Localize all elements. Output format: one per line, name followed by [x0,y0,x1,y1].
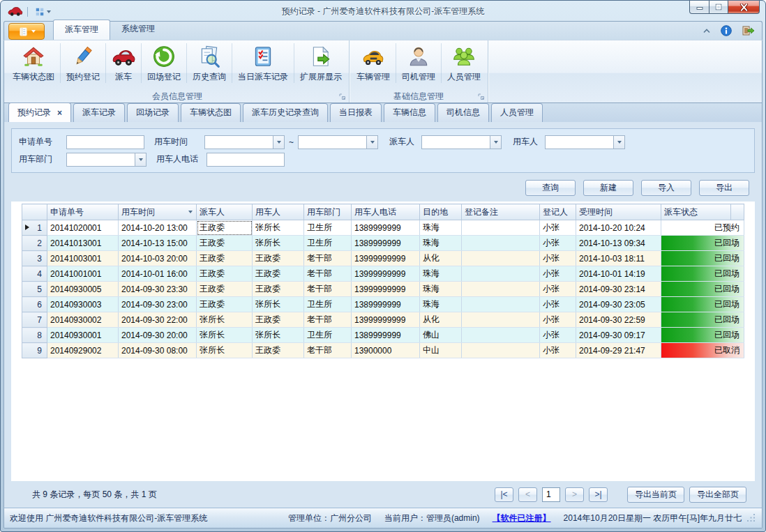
column-header-remark[interactable]: 登记备注 [462,204,540,220]
cell-user[interactable]: 王政委 [253,251,304,266]
ribbon-button[interactable]: 车辆状态图 [7,43,61,83]
cell-phone[interactable]: 13999999999 [352,266,420,282]
cell-registrar[interactable]: 小张 [540,236,576,251]
cell-phone[interactable]: 13900000 [352,343,420,358]
cell-accept_time[interactable]: 2014-09-30 23:05 [576,297,661,312]
first-page-button[interactable]: |< [495,487,513,502]
column-header-registrar[interactable]: 登记人 [540,204,576,220]
department-combo[interactable] [66,153,147,167]
column-header-accept_time[interactable]: 受理时间 [576,204,661,220]
next-page-button[interactable]: > [565,487,584,502]
car-user-combo[interactable] [545,135,625,149]
cell-dept[interactable]: 老干部 [304,251,352,266]
use-time-from-combo[interactable] [204,135,285,149]
column-header-dispatcher[interactable]: 派车人 [197,204,253,220]
cell-status[interactable]: 已取消 [661,343,744,358]
cell-user[interactable]: 张所长 [253,220,304,236]
cell-registrar[interactable]: 小张 [540,328,576,343]
chevron-down-icon[interactable] [273,135,285,149]
cell-dest[interactable]: 从化 [420,312,462,328]
cell-user[interactable]: 张所长 [253,297,304,312]
cell-accept_time[interactable]: 2014-10-13 09:34 [576,236,661,251]
cell-order_no[interactable]: 20140930002 [47,312,119,328]
filter-dropdown-icon[interactable] [188,211,193,213]
cell-dept[interactable]: 老干部 [304,266,352,282]
cell-registrar[interactable]: 小张 [540,343,576,358]
cell-order_no[interactable]: 20141001001 [47,266,119,282]
use-time-to-combo[interactable] [298,135,378,149]
resize-grip-icon[interactable] [747,514,756,523]
cell-dept[interactable]: 老干部 [304,312,352,328]
ribbon-button[interactable]: 人员管理 [442,43,486,83]
cell-use_time[interactable]: 2014-10-01 16:00 [119,266,197,282]
page-number-input[interactable] [542,487,560,502]
cell-order_no[interactable]: 20141013001 [47,236,119,251]
cell-dispatcher[interactable]: 王政委 [197,236,253,251]
chevron-down-icon[interactable] [366,135,378,149]
cell-accept_time[interactable]: 2014-09-29 21:47 [576,343,661,358]
cell-use_time[interactable]: 2014-10-20 13:00 [119,220,197,236]
document-tab[interactable]: 司机信息 [437,103,489,122]
info-icon[interactable] [721,25,732,36]
action-button-查询[interactable]: 查询 [525,180,576,196]
column-header-user[interactable]: 用车人 [253,204,304,220]
cell-user[interactable]: 张所长 [253,328,304,343]
cell-use_time[interactable]: 2014-10-03 20:00 [119,251,197,266]
table-row[interactable]: 7201409300022014-09-30 22:00张所长王政委老干部139… [22,312,744,328]
table-row[interactable]: 5201409300052014-09-30 23:30王政委王政委老干部139… [22,282,744,297]
ribbon-button[interactable]: 当日派车记录 [232,43,294,83]
column-header-use_time[interactable]: 用车时间 [119,204,197,220]
cell-order_no[interactable]: 20141020001 [47,220,119,236]
column-header-dest[interactable]: 目的地 [420,204,462,220]
ribbon-button[interactable]: 司机管理 [396,43,442,83]
row-indicator[interactable]: 5 [22,282,47,297]
document-tab[interactable]: 当日报表 [330,103,382,122]
cell-registrar[interactable]: 小张 [540,220,576,236]
application-menu-button[interactable] [8,23,45,40]
cell-phone[interactable]: 1389999999 [352,236,420,251]
ribbon-button[interactable]: 历史查询 [187,43,232,83]
cell-phone[interactable]: 13999999999 [352,282,420,297]
ribbon-button[interactable]: 回场登记 [142,43,187,83]
cell-dest[interactable]: 中山 [420,343,462,358]
cell-order_no[interactable]: 20140930001 [47,328,119,343]
cell-registrar[interactable]: 小张 [540,266,576,282]
dispatcher-combo[interactable] [421,135,502,149]
ribbon-button[interactable]: 车辆管理 [351,43,396,83]
cell-accept_time[interactable]: 2014-09-30 22:59 [576,312,661,328]
table-row[interactable]: 6201409300032014-09-30 23:00王政委张所长卫生所138… [22,297,744,312]
cell-dispatcher[interactable]: 张所长 [197,328,253,343]
cell-dest[interactable]: 珠海 [420,220,462,236]
cell-order_no[interactable]: 20140930003 [47,297,119,312]
ribbon-button[interactable]: 预约登记 [61,43,106,83]
row-indicator[interactable]: 8 [22,328,47,343]
export-all-pages-button[interactable]: 导出全部页 [689,487,746,503]
table-row[interactable]: 2201410130012014-10-13 15:00王政委张所长卫生所138… [22,236,744,251]
cell-phone[interactable]: 13999999999 [352,312,420,328]
row-indicator[interactable]: 3 [22,251,47,266]
cell-user[interactable]: 王政委 [253,312,304,328]
cell-status[interactable]: 已回场 [661,312,744,328]
cell-dest[interactable]: 珠海 [420,297,462,312]
cell-registrar[interactable]: 小张 [540,282,576,297]
order-no-input[interactable] [66,135,144,149]
cell-status[interactable]: 已预约 [661,220,744,236]
row-indicator[interactable]: 1 [22,220,47,236]
cell-dept[interactable]: 卫生所 [304,236,352,251]
cell-user[interactable]: 张所长 [253,236,304,251]
row-indicator[interactable]: 7 [22,312,47,328]
export-current-page-button[interactable]: 导出当前页 [627,487,684,503]
row-indicator[interactable]: 9 [22,343,47,358]
row-indicator[interactable]: 4 [22,266,47,282]
action-button-导入[interactable]: 导入 [641,180,691,196]
cell-status[interactable]: 已回场 [661,282,744,297]
cell-status[interactable]: 已回场 [661,328,744,343]
prev-page-button[interactable]: < [518,487,537,502]
cell-accept_time[interactable]: 2014-10-03 18:11 [576,251,661,266]
cell-use_time[interactable]: 2014-10-13 15:00 [119,236,197,251]
cell-remark[interactable] [462,251,540,266]
cell-order_no[interactable]: 20141003001 [47,251,119,266]
cell-use_time[interactable]: 2014-09-30 23:00 [119,297,197,312]
document-tab[interactable]: 派车记录 [73,103,125,122]
document-tab[interactable]: 回场记录 [127,103,179,122]
